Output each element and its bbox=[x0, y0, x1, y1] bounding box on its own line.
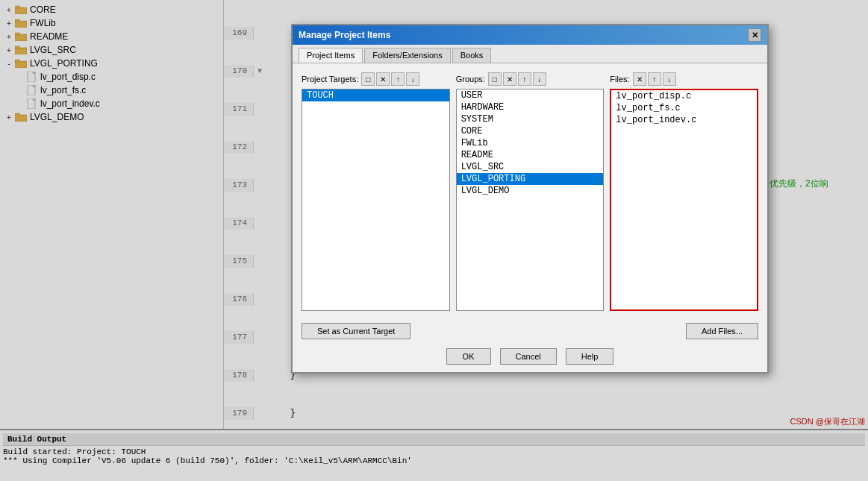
cancel-button[interactable]: Cancel bbox=[500, 348, 557, 365]
dialog-tabs: Project Items Folders/Extensions Books bbox=[293, 45, 767, 63]
dialog-close-button[interactable]: ✕ bbox=[748, 28, 761, 42]
file-up-btn[interactable]: ↑ bbox=[648, 72, 661, 86]
help-button[interactable]: Help bbox=[566, 348, 614, 365]
files-list[interactable]: lv_port_disp.c lv_port_fs.c lv_port_inde… bbox=[610, 89, 758, 311]
group-user[interactable]: USER bbox=[457, 89, 604, 101]
group-fwlib[interactable]: FWLib bbox=[457, 137, 604, 149]
grp-down-btn[interactable]: ↓ bbox=[533, 72, 546, 86]
group-lvgl-src[interactable]: LVGL_SRC bbox=[457, 161, 604, 173]
project-targets-list[interactable]: TOUCH bbox=[302, 89, 450, 311]
set-current-target-btn[interactable]: Set as Current Target bbox=[302, 323, 410, 339]
group-lvgl-demo[interactable]: LVGL_DEMO bbox=[457, 185, 604, 197]
dialog-title: Manage Project Items bbox=[299, 30, 390, 40]
set-current-target-button[interactable]: Set as Current Target bbox=[302, 323, 410, 339]
file-lv-port-disp[interactable]: lv_port_disp.c bbox=[611, 90, 757, 102]
groups-header: Groups: □ ✕ ↑ ↓ bbox=[456, 72, 605, 86]
ok-button[interactable]: OK bbox=[446, 348, 491, 365]
group-system[interactable]: SYSTEM bbox=[457, 113, 604, 125]
dialog-body: Project Targets: □ ✕ ↑ ↓ TOUCH bbox=[293, 63, 767, 320]
file-delete-btn[interactable]: ✕ bbox=[633, 72, 646, 86]
groups-list[interactable]: USER HARDWARE SYSTEM CORE FWLib README L… bbox=[456, 89, 605, 311]
tab-books[interactable]: Books bbox=[452, 48, 492, 63]
pt-delete-btn[interactable]: ✕ bbox=[376, 72, 390, 86]
dialog-titlebar: Manage Project Items ✕ bbox=[293, 25, 767, 45]
project-targets-header: Project Targets: □ ✕ ↑ ↓ bbox=[302, 72, 450, 86]
project-target-touch[interactable]: TOUCH bbox=[302, 89, 449, 101]
project-targets-toolbar: □ ✕ ↑ ↓ bbox=[361, 72, 419, 86]
pt-new-btn[interactable]: □ bbox=[361, 72, 375, 86]
tab-project-items[interactable]: Project Items bbox=[299, 48, 363, 63]
groups-column: Groups: □ ✕ ↑ ↓ USER HARDWARE SYSTEM COR… bbox=[456, 72, 605, 311]
groups-toolbar: □ ✕ ↑ ↓ bbox=[488, 72, 546, 86]
files-label: Files: bbox=[610, 75, 629, 84]
files-header: Files: ✕ ↑ ↓ bbox=[610, 72, 758, 86]
group-lvgl-porting[interactable]: LVGL_PORTING bbox=[457, 173, 604, 185]
files-column: Files: ✕ ↑ ↓ lv_port_disp.c lv_port_fs.c… bbox=[610, 72, 758, 311]
file-lv-port-indev[interactable]: lv_port_indev.c bbox=[611, 114, 757, 126]
manage-project-dialog: Manage Project Items ✕ Project Items Fol… bbox=[291, 24, 769, 374]
groups-label: Groups: bbox=[456, 75, 485, 84]
grp-new-btn[interactable]: □ bbox=[488, 72, 502, 86]
add-files-btn[interactable]: Add Files... bbox=[686, 323, 758, 339]
file-down-btn[interactable]: ↓ bbox=[663, 72, 676, 86]
pt-up-btn[interactable]: ↑ bbox=[391, 72, 405, 86]
group-core[interactable]: CORE bbox=[457, 125, 604, 137]
project-targets-column: Project Targets: □ ✕ ↑ ↓ TOUCH bbox=[302, 72, 450, 311]
grp-up-btn[interactable]: ↑ bbox=[518, 72, 531, 86]
grp-delete-btn[interactable]: ✕ bbox=[503, 72, 516, 86]
group-readme[interactable]: README bbox=[457, 149, 604, 161]
project-targets-label: Project Targets: bbox=[302, 75, 358, 84]
pt-down-btn[interactable]: ↓ bbox=[406, 72, 419, 86]
file-lv-port-fs[interactable]: lv_port_fs.c bbox=[611, 102, 757, 114]
modal-overlay: Manage Project Items ✕ Project Items Fol… bbox=[0, 0, 868, 481]
files-toolbar: ✕ ↑ ↓ bbox=[633, 72, 676, 86]
add-files-button[interactable]: Add Files... bbox=[686, 323, 758, 339]
group-hardware[interactable]: HARDWARE bbox=[457, 101, 604, 113]
tab-folders-ext[interactable]: Folders/Extensions bbox=[364, 48, 451, 63]
dialog-columns: Project Targets: □ ✕ ↑ ↓ TOUCH bbox=[302, 72, 758, 311]
